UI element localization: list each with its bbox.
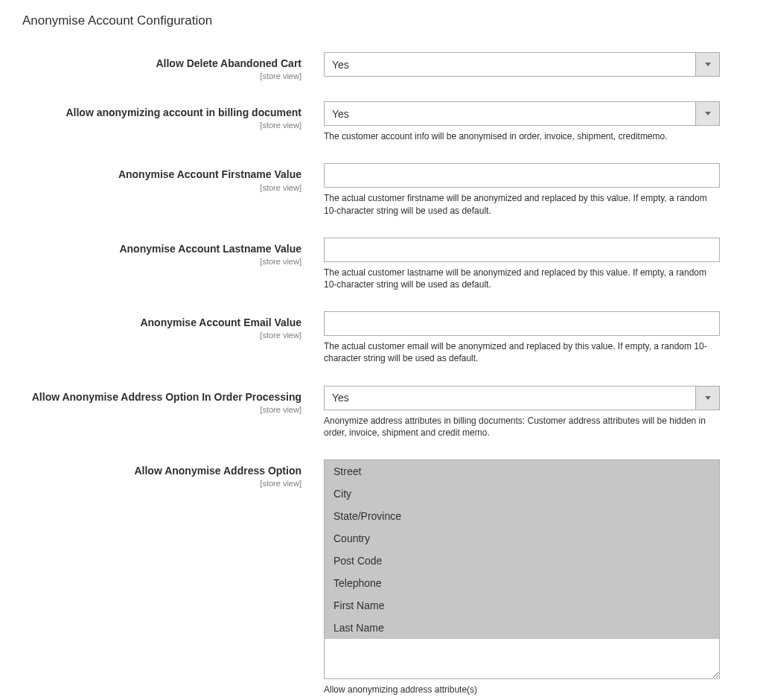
multiselect-option[interactable]: City (325, 483, 719, 505)
value-col: The actual customer lastname will be ano… (324, 238, 720, 290)
section-header: Anonymise Account Configuration (22, 13, 741, 28)
value-col: Yes The customer account info will be an… (324, 101, 720, 142)
anon-lastname-input[interactable] (324, 238, 720, 262)
scope-label: [store view] (22, 183, 301, 192)
field-label: Anonymise Account Firstname Value (118, 168, 301, 180)
help-text: Allow anonymizing address attribute(s) (324, 684, 720, 696)
label-col: Anonymise Account Lastname Value [store … (22, 238, 324, 266)
allow-anon-address-option-multiselect[interactable]: StreetCityState/ProvinceCountryPost Code… (324, 459, 720, 679)
label-col: Anonymise Account Firstname Value [store… (22, 163, 324, 191)
help-text: The actual customer lastname will be ano… (324, 267, 720, 290)
label-col: Allow Anonymise Address Option In Order … (22, 386, 324, 414)
field-label: Allow Anonymise Address Option (134, 465, 301, 477)
scope-label: [store view] (22, 257, 301, 266)
value-col: StreetCityState/ProvinceCountryPost Code… (324, 459, 720, 696)
scope-label: [store view] (22, 121, 301, 130)
field-label: Anonymise Account Lastname Value (119, 243, 301, 255)
allow-anon-billing-doc-select[interactable]: Yes (324, 101, 720, 126)
scope-label: [store view] (22, 479, 301, 488)
label-col: Allow anonymizing account in billing doc… (22, 101, 324, 130)
value-col: The actual customer firstname will be an… (324, 163, 720, 216)
field-row-allow-anon-billing-doc: Allow anonymizing account in billing doc… (22, 101, 741, 142)
field-label: Allow Delete Abandoned Cart (156, 57, 301, 69)
section-title: Anonymise Account Configuration (22, 13, 741, 28)
field-row-anon-lastname: Anonymise Account Lastname Value [store … (22, 238, 741, 290)
field-label: Allow Anonymise Address Option In Order … (32, 391, 301, 403)
multiselect-option[interactable]: First Name (325, 594, 719, 617)
scope-label: [store view] (22, 71, 301, 80)
allow-delete-abandoned-cart-select[interactable]: Yes (324, 52, 720, 77)
anon-email-input[interactable] (324, 311, 720, 336)
field-row-anon-firstname: Anonymise Account Firstname Value [store… (22, 163, 741, 216)
field-row-allow-anon-address-option: Allow Anonymise Address Option [store vi… (22, 459, 741, 696)
select-wrapper: Yes (324, 52, 720, 77)
field-row-allow-anon-address-order: Allow Anonymise Address Option In Order … (22, 386, 741, 439)
multiselect-option[interactable]: Last Name (325, 617, 719, 639)
multiselect-option[interactable]: State/Province (325, 505, 719, 527)
anon-firstname-input[interactable] (324, 163, 720, 188)
scope-label: [store view] (22, 405, 301, 414)
help-text: Anonymize address attributes in billing … (324, 415, 720, 439)
label-col: Allow Delete Abandoned Cart [store view] (22, 52, 324, 80)
multiselect-option[interactable]: Street (325, 460, 719, 483)
help-text: The actual customer email will be anonym… (324, 340, 720, 364)
label-col: Allow Anonymise Address Option [store vi… (22, 459, 324, 488)
scope-label: [store view] (22, 331, 301, 340)
select-wrapper: Yes (324, 101, 720, 126)
field-row-anon-email: Anonymise Account Email Value [store vie… (22, 311, 741, 364)
multiselect-option[interactable]: Telephone (325, 572, 719, 594)
select-wrapper: Yes (324, 386, 720, 410)
multiselect-option[interactable]: Country (325, 527, 719, 550)
value-col: Yes (324, 52, 720, 77)
field-row-allow-delete-abandoned-cart: Allow Delete Abandoned Cart [store view]… (22, 52, 741, 80)
config-form: Allow Delete Abandoned Cart [store view]… (22, 52, 741, 696)
multiselect-option[interactable]: Post Code (325, 550, 719, 572)
label-col: Anonymise Account Email Value [store vie… (22, 311, 324, 340)
allow-anon-address-order-select[interactable]: Yes (324, 386, 720, 410)
help-text: The actual customer firstname will be an… (324, 192, 720, 216)
value-col: The actual customer email will be anonym… (324, 311, 720, 364)
value-col: Yes Anonymize address attributes in bill… (324, 386, 720, 439)
help-text: The customer account info will be anonym… (324, 130, 720, 142)
field-label: Allow anonymizing account in billing doc… (66, 106, 301, 118)
field-label: Anonymise Account Email Value (140, 316, 301, 328)
